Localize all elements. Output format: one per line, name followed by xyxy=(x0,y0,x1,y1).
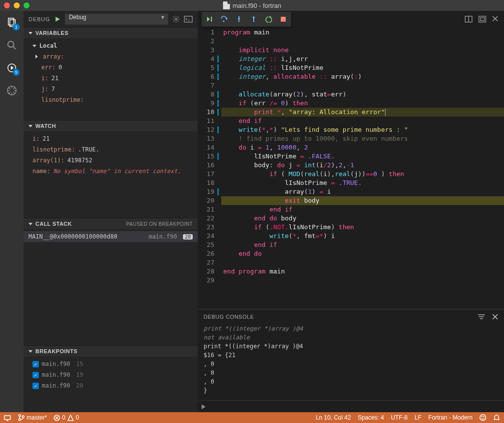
console-close-button[interactable] xyxy=(492,314,498,320)
status-feedback-button[interactable] xyxy=(479,414,486,421)
variable-row[interactable]: array: xyxy=(24,51,198,62)
debug-badge: 5 xyxy=(13,69,20,76)
chevron-down-icon xyxy=(29,223,32,225)
close-editor-button[interactable] xyxy=(492,16,498,23)
stop-button[interactable] xyxy=(276,13,290,26)
svg-marker-5 xyxy=(11,66,14,70)
file-icon xyxy=(223,1,230,9)
start-debug-button[interactable] xyxy=(54,16,61,23)
svg-rect-34 xyxy=(4,416,10,420)
status-problems[interactable]: 0 0 xyxy=(54,414,79,421)
restart-button[interactable] xyxy=(262,13,275,26)
watch-row[interactable]: name: No symbol "name" in current contex… xyxy=(24,166,198,177)
svg-rect-21 xyxy=(281,17,286,22)
svg-point-45 xyxy=(484,417,484,417)
titlebar: main.f90 - fortran xyxy=(0,0,504,11)
console-line: , 0 xyxy=(204,368,498,377)
debug-config-select[interactable]: Debug ▾ xyxy=(65,14,168,25)
svg-point-38 xyxy=(22,416,24,418)
window-title: main.f90 - fortran xyxy=(233,2,281,9)
svg-point-43 xyxy=(480,415,486,421)
debug-console-panel: DEBUG CONSOLE print *((integer *)array )… xyxy=(198,309,504,412)
status-encoding[interactable]: UTF-8 xyxy=(391,414,408,421)
breakpoint-row[interactable]: ✓main.f9019 xyxy=(24,369,198,380)
code-editor[interactable]: 1234567891011121314151617181920212223242… xyxy=(198,27,504,309)
explorer-badge: 1 xyxy=(13,24,20,30)
split-editor-button[interactable] xyxy=(465,16,473,23)
breakpoint-row[interactable]: ✓main.f9015 xyxy=(24,359,198,369)
variable-row[interactable]: i: 21 xyxy=(24,73,198,84)
variable-row[interactable]: j: 7 xyxy=(24,84,198,94)
watch-row[interactable]: i: 21 xyxy=(24,133,198,144)
status-cursor-position[interactable]: Ln 10, Col 42 xyxy=(316,414,351,421)
debug-console-toggle[interactable] xyxy=(184,16,193,23)
console-line: not available xyxy=(204,333,498,342)
variables-section-header[interactable]: VARIABLES xyxy=(24,28,198,38)
variables-scope-local[interactable]: Local xyxy=(24,40,198,51)
debug-toolbar xyxy=(202,12,291,27)
svg-point-44 xyxy=(482,417,482,417)
svg-rect-9 xyxy=(184,16,192,22)
more-actions-button[interactable] xyxy=(478,16,486,23)
breakpoints-section-title: BREAKPOINTS xyxy=(35,348,78,354)
chevron-down-icon xyxy=(29,350,32,353)
continue-button[interactable] xyxy=(203,13,216,26)
breakpoint-checkbox[interactable]: ✓ xyxy=(32,361,39,367)
callstack-section-header[interactable]: CALL STACK PAUSED ON BREAKPOINT xyxy=(24,218,198,229)
extensions-activity[interactable] xyxy=(5,84,19,97)
console-line: print *((integer *)array )@4 xyxy=(204,342,498,351)
svg-marker-7 xyxy=(56,17,60,22)
search-activity[interactable] xyxy=(5,38,19,52)
explorer-activity[interactable]: 1 xyxy=(5,16,19,30)
svg-marker-10 xyxy=(207,17,210,22)
svg-line-3 xyxy=(13,47,16,49)
chevron-down-icon xyxy=(29,32,32,34)
variable-row[interactable]: err: 0 xyxy=(24,62,198,73)
breakpoint-row[interactable]: ✓main.f9020 xyxy=(24,380,198,391)
window-maximize-button[interactable] xyxy=(24,2,30,8)
console-line: , 0 xyxy=(204,377,498,386)
debug-settings-button[interactable] xyxy=(172,15,180,23)
svg-marker-12 xyxy=(226,17,228,20)
breakpoint-checkbox[interactable]: ✓ xyxy=(32,372,39,378)
svg-point-37 xyxy=(19,419,21,421)
svg-point-36 xyxy=(19,415,21,417)
svg-point-8 xyxy=(175,18,177,20)
variables-section-title: VARIABLES xyxy=(35,30,68,36)
watch-row[interactable]: lisnotprime: .TRUE. xyxy=(24,144,198,155)
watch-section-header[interactable]: WATCH xyxy=(24,121,198,131)
step-into-button[interactable] xyxy=(232,13,246,26)
window-minimize-button[interactable] xyxy=(14,2,20,8)
status-eol[interactable]: LF xyxy=(415,414,421,421)
console-line: print *((integer *)array )@4 xyxy=(204,324,498,333)
chevron-right-icon xyxy=(35,55,38,59)
editor-area: 1234567891011121314151617181920212223242… xyxy=(198,11,504,412)
variable-row[interactable]: lisnotprime: xyxy=(24,94,198,105)
status-git-branch[interactable]: master* xyxy=(18,414,47,421)
console-line: $16 = {21 xyxy=(204,351,498,360)
window-close-button[interactable] xyxy=(4,2,10,8)
step-over-button[interactable] xyxy=(217,13,231,26)
status-language[interactable]: Fortran - Modern xyxy=(428,414,473,421)
status-remote-button[interactable] xyxy=(4,414,11,421)
breakpoints-section-header[interactable]: BREAKPOINTS xyxy=(24,346,198,357)
console-filter-button[interactable] xyxy=(477,314,485,320)
chevron-down-icon xyxy=(29,125,32,127)
svg-point-17 xyxy=(253,20,255,22)
watch-section-title: WATCH xyxy=(35,123,56,129)
status-bar: master* 0 0 Ln 10, Col 42 Spaces: 4 UTF-… xyxy=(0,412,504,423)
watch-row[interactable]: array(1): 4198752 xyxy=(24,155,198,166)
svg-point-14 xyxy=(238,20,240,22)
callstack-status: PAUSED ON BREAKPOINT xyxy=(126,221,193,227)
callstack-frame[interactable]: MAIN__@0x0000000100000d80 main.f90 20 xyxy=(24,231,198,242)
status-indentation[interactable]: Spaces: 4 xyxy=(358,414,384,421)
status-notifications-button[interactable] xyxy=(493,414,500,421)
debug-console-input[interactable] xyxy=(198,400,504,412)
step-out-button[interactable] xyxy=(247,13,261,26)
debug-activity[interactable]: 5 xyxy=(5,61,19,75)
debug-label: DEBUG xyxy=(29,16,50,22)
chevron-down-icon xyxy=(32,45,36,47)
console-line: } xyxy=(204,386,498,395)
breakpoint-checkbox[interactable]: ✓ xyxy=(32,383,39,389)
debug-header: DEBUG Debug ▾ xyxy=(24,11,198,27)
